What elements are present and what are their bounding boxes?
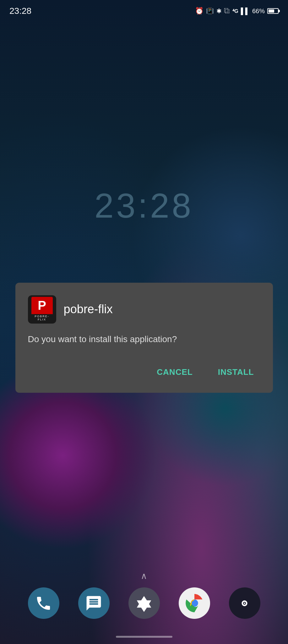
app-icon: P POBRE-FLIX — [28, 295, 56, 324]
dialog-overlay: P POBRE-FLIX pobre-flix Do you want to i… — [0, 0, 288, 644]
install-dialog: P POBRE-FLIX pobre-flix Do you want to i… — [15, 283, 273, 393]
install-button[interactable]: INSTALL — [212, 364, 260, 380]
dialog-message: Do you want to install this application? — [28, 333, 260, 345]
dialog-header: P POBRE-FLIX pobre-flix — [28, 295, 260, 324]
cancel-button[interactable]: CANCEL — [150, 364, 199, 380]
app-icon-letter: P — [31, 297, 53, 314]
app-name: pobre-flix — [64, 303, 113, 316]
app-icon-label-text: POBRE-FLIX — [31, 314, 53, 322]
dialog-buttons: CANCEL INSTALL — [28, 364, 260, 380]
